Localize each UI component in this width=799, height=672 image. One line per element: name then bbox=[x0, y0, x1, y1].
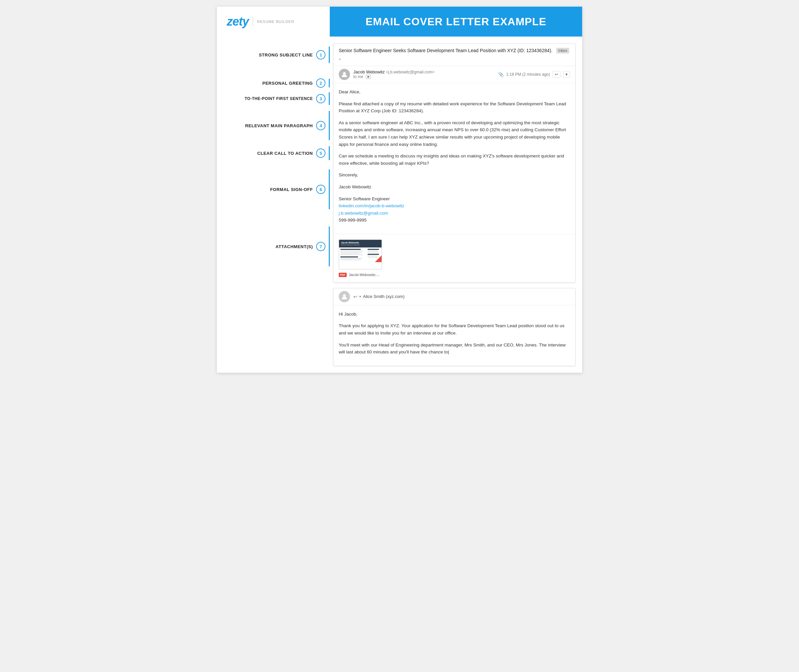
sidebar: STRONG SUBJECT LINE 1 PERSONAL GREETING … bbox=[217, 37, 330, 373]
reply-greeting: Hi Jacob, bbox=[339, 310, 570, 318]
resume-thumb-title: Senior Software Engineer bbox=[341, 244, 380, 246]
email-card: Senior Software Engineer Seeks Software … bbox=[333, 43, 575, 283]
header: zety RESUME BUILDER EMAIL COVER LETTER E… bbox=[217, 6, 582, 37]
resume-line bbox=[340, 256, 358, 258]
reply-para1: Thank you for applying to XYZ. Your appl… bbox=[339, 322, 570, 336]
sidebar-badge-1: 1 bbox=[316, 50, 326, 59]
resume-line bbox=[340, 252, 362, 253]
reply-body: Hi Jacob, Thank you for applying to XYZ.… bbox=[333, 305, 575, 366]
logo-zety: zety bbox=[227, 14, 249, 29]
sidebar-label-5: CLEAR CALL TO ACTION bbox=[257, 151, 313, 156]
bracket-4 bbox=[329, 111, 330, 140]
pdf-icon: PDF bbox=[339, 273, 347, 277]
sender-email: <j.b.webowitz@gmail.com> bbox=[386, 70, 435, 74]
paperclip-icon: 📎 bbox=[498, 72, 504, 77]
person-icon-reply bbox=[341, 293, 348, 300]
body-layout: STRONG SUBJECT LINE 1 PERSONAL GREETING … bbox=[217, 37, 582, 373]
resume-line bbox=[340, 254, 363, 255]
email-attachment-area: Jacob Webowitz Senior Software Engineer bbox=[333, 234, 575, 282]
resume-line bbox=[368, 256, 377, 256]
svg-point-1 bbox=[343, 294, 346, 297]
reply-card: ↩ ▾ Alice Smith (xyz.com) Hi Jacob, Than… bbox=[333, 288, 575, 366]
phone: 599-999-9995 bbox=[339, 218, 367, 222]
email-link[interactable]: j.b.webowitz@gmail.com bbox=[339, 211, 388, 216]
sidebar-badge-5: 5 bbox=[316, 149, 326, 158]
sidebar-item-2: PERSONAL GREETING 2 bbox=[262, 78, 330, 88]
dropdown-icon: ▾ bbox=[359, 294, 361, 298]
email-body: Dear Alice, Please find attached a copy … bbox=[333, 83, 575, 234]
from-name: Jacob Webowitz <j.b.webowitz@gmail.com> bbox=[353, 69, 495, 74]
reply-avatar bbox=[339, 291, 350, 302]
to-me-badge[interactable]: ▾ bbox=[366, 74, 371, 79]
sender-name: Jacob Webowitz bbox=[353, 69, 385, 74]
pdf-filename[interactable]: Jacob-Webowitz-... bbox=[349, 273, 380, 277]
attachment-thumb-wrap: Jacob Webowitz Senior Software Engineer bbox=[339, 240, 382, 277]
resume-line bbox=[340, 249, 361, 250]
bracket-2 bbox=[329, 79, 330, 87]
from-details: Jacob Webowitz <j.b.webowitz@gmail.com> … bbox=[353, 69, 495, 79]
reply-button[interactable]: ↩ bbox=[553, 71, 561, 78]
resume-thumbnail[interactable]: Jacob Webowitz Senior Software Engineer bbox=[339, 240, 382, 269]
resume-line bbox=[368, 254, 379, 255]
logo-sub: RESUME BUILDER bbox=[257, 19, 294, 24]
header-title-bar: EMAIL COVER LETTER EXAMPLE bbox=[330, 6, 582, 37]
reply-arrow-icon: ↩ bbox=[353, 294, 357, 299]
pdf-badge-row: PDF Jacob-Webowitz-... bbox=[339, 273, 382, 277]
email-para2: As a senior software engineer at ABC Inc… bbox=[339, 119, 570, 148]
email-greeting: Dear Alice, bbox=[339, 88, 570, 96]
sidebar-item-7: ATTACHMENT(S) 7 bbox=[276, 227, 330, 266]
sidebar-label-6: FORMAL SIGN-OFF bbox=[270, 187, 313, 192]
resume-left-col bbox=[340, 249, 366, 261]
inbox-x-button[interactable]: × bbox=[339, 57, 341, 62]
sidebar-badge-4: 4 bbox=[316, 121, 326, 130]
resume-thumb-name: Jacob Webowitz bbox=[341, 242, 380, 244]
resume-line bbox=[340, 258, 362, 259]
sidebar-item-4: RELEVANT MAIN PARAGRAPH 4 bbox=[245, 111, 330, 140]
sidebar-label-4: RELEVANT MAIN PARAGRAPH bbox=[245, 123, 313, 128]
sidebar-label-7: ATTACHMENT(S) bbox=[276, 244, 313, 249]
bracket-7 bbox=[329, 227, 330, 266]
reply-from-row: ↩ ▾ Alice Smith (xyz.com) bbox=[333, 288, 575, 305]
sidebar-item-6: FORMAL SIGN-OFF 6 bbox=[270, 170, 330, 209]
resume-thumb-header: Jacob Webowitz Senior Software Engineer bbox=[339, 240, 382, 248]
bracket-5 bbox=[329, 146, 330, 160]
sender-avatar bbox=[339, 69, 350, 80]
page-title: EMAIL COVER LETTER EXAMPLE bbox=[366, 16, 547, 28]
more-button[interactable]: ▾ bbox=[563, 71, 570, 78]
sidebar-badge-7: 7 bbox=[316, 242, 326, 251]
email-from-row: Jacob Webowitz <j.b.webowitz@gmail.com> … bbox=[333, 66, 575, 83]
resume-line bbox=[340, 250, 363, 251]
reply-from-details: ↩ ▾ Alice Smith (xyz.com) bbox=[353, 294, 570, 299]
svg-point-0 bbox=[343, 72, 346, 75]
resume-line bbox=[368, 257, 377, 258]
resume-line bbox=[340, 259, 361, 260]
email-para3: Can we schedule a meeting to discuss my … bbox=[339, 152, 570, 167]
to-field: to me ▾ bbox=[353, 74, 495, 79]
sidebar-item-3: TO-THE-POINT FIRST SENTENCE 3 bbox=[245, 92, 330, 105]
email-closing: Sincerely, bbox=[339, 171, 570, 179]
linkedin-link[interactable]: linkedin.com/in/jacob-b-webowitz bbox=[339, 203, 404, 208]
resume-line bbox=[368, 252, 378, 253]
email-subject-text: Senior Software Engineer Seeks Software … bbox=[339, 48, 552, 54]
sidebar-item-1: STRONG SUBJECT LINE 1 bbox=[259, 46, 330, 63]
email-signname: Jacob Webowitz bbox=[339, 183, 570, 191]
resume-line bbox=[340, 253, 359, 254]
sidebar-label-3: TO-THE-POINT FIRST SENTENCE bbox=[245, 96, 313, 101]
inbox-badge: Inbox bbox=[556, 48, 569, 53]
resume-line bbox=[368, 249, 379, 250]
person-icon bbox=[341, 71, 348, 78]
email-time: 1:18 PM (2 minutes ago) bbox=[507, 72, 550, 77]
sidebar-label-1: STRONG SUBJECT LINE bbox=[259, 53, 313, 58]
main-container: zety RESUME BUILDER EMAIL COVER LETTER E… bbox=[217, 6, 582, 373]
reply-from-name: Alice Smith (xyz.com) bbox=[363, 294, 404, 299]
bracket-1 bbox=[329, 46, 330, 63]
logo-area: zety RESUME BUILDER bbox=[217, 6, 330, 37]
reply-arrows: ↩ ▾ bbox=[353, 294, 361, 299]
email-subject-row: Senior Software Engineer Seeks Software … bbox=[333, 43, 575, 66]
sidebar-badge-2: 2 bbox=[316, 78, 326, 88]
email-content-area: Senior Software Engineer Seeks Software … bbox=[330, 37, 582, 373]
bracket-3 bbox=[329, 92, 330, 105]
reply-para2: You'll meet with our Head of Engineering… bbox=[339, 341, 570, 356]
sidebar-badge-6: 6 bbox=[316, 185, 326, 194]
email-signtitle: Senior Software Engineer linkedin.com/in… bbox=[339, 195, 570, 224]
